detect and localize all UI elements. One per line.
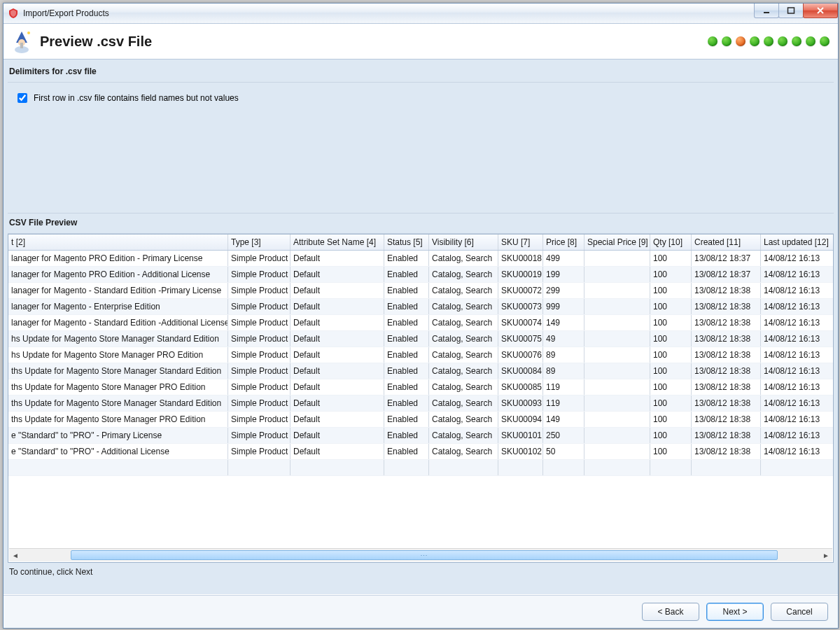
window-controls [755, 4, 838, 19]
horizontal-scrollbar[interactable]: ◄ ··· ► [9, 548, 832, 561]
table-cell [584, 283, 650, 299]
table-cell: SKU00072 [498, 283, 543, 299]
table-cell: SKU00094 [498, 412, 543, 428]
table-cell: Simple Product [228, 412, 290, 428]
table-row[interactable]: lanager for Magento - Standard Edition -… [8, 283, 833, 299]
table-row[interactable]: hs Update for Magento Store Manager Stan… [8, 331, 833, 347]
table-row[interactable]: e "Standard" to "PRO" - Additional Licen… [8, 444, 833, 460]
column-header[interactable]: Special Price [9] [584, 234, 650, 251]
table-cell: 14/08/12 16:13 [761, 444, 834, 460]
cancel-button[interactable]: Cancel [771, 603, 828, 621]
table-cell: 100 [650, 444, 692, 460]
table-row[interactable]: hs Update for Magento Store Manager PRO … [8, 347, 833, 363]
scroll-left-arrow-icon[interactable]: ◄ [9, 550, 22, 561]
table-cell: 250 [543, 428, 584, 444]
scroll-right-arrow-icon[interactable]: ► [820, 550, 832, 561]
csv-preview-grid[interactable]: t [2]Type [3]Attribute Set Name [4]Statu… [8, 234, 834, 563]
window: Import/Export Products Preview .csv Fi [3, 3, 839, 629]
continue-hint: To continue, click Next [8, 563, 834, 577]
table-row[interactable]: e "Standard" to "PRO" - Primary LicenseS… [8, 428, 833, 444]
minimize-button[interactable] [754, 4, 779, 18]
table-cell: SKU00085 [498, 379, 543, 396]
table-cell: 119 [543, 379, 584, 396]
table-cell [584, 347, 650, 363]
svg-rect-1 [788, 8, 794, 13]
table-cell: e "Standard" to "PRO" - Primary License [8, 428, 228, 444]
table-cell: 100 [650, 347, 692, 363]
table-cell: SKU00102 [498, 444, 543, 460]
table-cell: 149 [543, 412, 584, 428]
scrollbar-track[interactable]: ··· [22, 550, 820, 560]
first-row-headers-checkbox[interactable]: First row in .csv file contains field na… [8, 87, 834, 105]
svg-rect-4 [20, 43, 23, 48]
table-row[interactable]: lanager for Magento PRO Edition - Primar… [8, 251, 833, 267]
column-header[interactable]: Visibility [6] [429, 234, 498, 251]
table-cell: lanager for Magento PRO Edition - Additi… [8, 267, 228, 283]
column-header[interactable]: t [2] [8, 234, 228, 251]
table-row[interactable]: ths Update for Magento Store Manager PRO… [8, 412, 833, 428]
column-header[interactable]: Created [11] [692, 234, 761, 251]
table-cell: Default [290, 315, 384, 331]
table-cell: SKU00075 [498, 331, 543, 347]
scrollbar-thumb[interactable]: ··· [71, 550, 778, 560]
table-cell: 14/08/12 16:13 [761, 299, 834, 315]
table-row[interactable]: ths Update for Magento Store Manager Sta… [8, 363, 833, 379]
table-cell [584, 299, 650, 315]
back-button[interactable]: < Back [642, 603, 699, 621]
table-cell: 13/08/12 18:38 [692, 412, 761, 428]
table-cell: 100 [650, 412, 692, 428]
table-row[interactable]: lanager for Magento - Standard Edition -… [8, 315, 833, 331]
table-cell: Default [290, 396, 384, 412]
delimiters-section-label: Delimiters for .csv file [8, 64, 834, 83]
table-cell: SKU00076 [498, 347, 543, 363]
column-header[interactable]: Price [8] [543, 234, 584, 251]
column-header[interactable]: Status [5] [384, 234, 429, 251]
wizard-step-indicator [708, 36, 830, 46]
table-cell: ths Update for Magento Store Manager Sta… [8, 396, 228, 412]
table-cell: 13/08/12 18:38 [692, 444, 761, 460]
table-row[interactable]: lanager for Magento - Enterprise Edition… [8, 299, 833, 315]
column-header[interactable]: Type [3] [228, 234, 290, 251]
table-cell: SKU00084 [498, 363, 543, 379]
table-cell: 14/08/12 16:13 [761, 412, 834, 428]
close-button[interactable] [803, 4, 838, 18]
table-cell: SKU00018 [498, 251, 543, 267]
table-cell: Catalog, Search [429, 444, 498, 460]
table-cell: SKU00074 [498, 315, 543, 331]
table-cell: Catalog, Search [429, 251, 498, 267]
table-cell: Catalog, Search [429, 379, 498, 396]
table-cell: 499 [543, 251, 584, 267]
table-cell: 14/08/12 16:13 [761, 379, 834, 396]
table-cell: Enabled [384, 331, 429, 347]
first-row-headers-label: First row in .csv file contains field na… [34, 93, 239, 103]
table-cell: 14/08/12 16:13 [761, 331, 834, 347]
table-cell: 299 [543, 283, 584, 299]
table-cell: 89 [543, 347, 584, 363]
table-row[interactable]: ths Update for Magento Store Manager PRO… [8, 379, 833, 396]
next-button[interactable]: Next > [706, 603, 764, 621]
table-cell [584, 267, 650, 283]
title-bar[interactable]: Import/Export Products [4, 4, 838, 24]
table-cell: 13/08/12 18:38 [692, 396, 761, 412]
table-cell: 13/08/12 18:38 [692, 347, 761, 363]
table-cell: Enabled [384, 347, 429, 363]
table-row[interactable]: ths Update for Magento Store Manager Sta… [8, 396, 833, 412]
column-header[interactable]: Attribute Set Name [4] [290, 234, 384, 251]
table-cell [584, 331, 650, 347]
maximize-button[interactable] [778, 4, 804, 18]
table-cell: 13/08/12 18:38 [692, 331, 761, 347]
table-cell: 13/08/12 18:38 [692, 315, 761, 331]
table-cell: SKU00093 [498, 396, 543, 412]
table-cell: 100 [650, 428, 692, 444]
table-cell: Simple Product [228, 299, 290, 315]
table-cell: 89 [543, 363, 584, 379]
table-cell: Default [290, 299, 384, 315]
table-cell: 13/08/12 18:38 [692, 283, 761, 299]
column-header[interactable]: Last updated [12] [761, 234, 834, 251]
column-header[interactable]: Qty [10] [650, 234, 692, 251]
first-row-headers-input[interactable] [18, 93, 27, 103]
wizard-step-dot [764, 36, 774, 46]
column-header[interactable]: SKU [7] [498, 234, 543, 251]
table-row[interactable]: lanager for Magento PRO Edition - Additi… [8, 267, 833, 283]
table-cell: 13/08/12 18:37 [692, 251, 761, 267]
